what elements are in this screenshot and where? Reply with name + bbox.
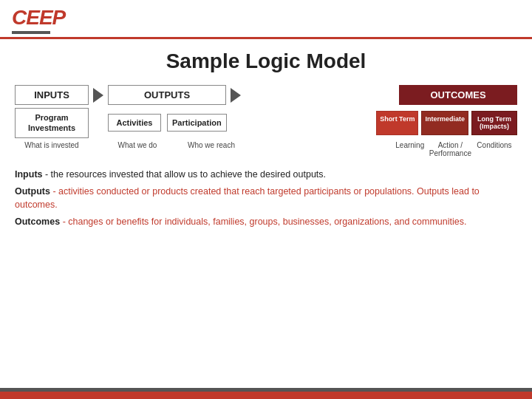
arrow-outputs-outcomes: [231, 88, 241, 103]
arrow-inputs-outputs: [93, 88, 103, 103]
desc-inputs-bold: Inputs: [15, 169, 43, 180]
descriptions-area: Inputs - the resources invested that all…: [0, 160, 532, 237]
label-wedo: What we do: [108, 141, 167, 149]
outputs-box: OUTPUTS: [108, 85, 226, 105]
label-action: Action /Performance: [429, 141, 471, 157]
desc-outputs: Outputs - activities conducted or produc…: [15, 185, 517, 211]
label-invested: What is invested: [15, 141, 89, 149]
activities-box: Activities: [108, 114, 161, 132]
shortterm-box: Short Term: [376, 111, 418, 136]
inputs-box: INPUTS: [15, 85, 89, 105]
logo-underline: [12, 31, 50, 34]
participation-box: Participation: [167, 114, 227, 132]
logic-model-diagram: INPUTS OUTPUTS OUTCOMES ProgramInvestmen…: [0, 81, 532, 160]
desc-inputs: Inputs - the resources invested that all…: [15, 168, 517, 181]
outcomes-box: OUTCOMES: [399, 85, 517, 105]
investments-box: ProgramInvestments: [15, 108, 89, 138]
desc-outcomes-bold: Outcomes: [15, 216, 60, 227]
desc-outputs-bold: Outputs: [15, 186, 50, 197]
diagram-row3: What is invested What we do Who we reach…: [15, 141, 517, 157]
diagram-row2: ProgramInvestments Activities Participat…: [15, 108, 517, 138]
logo-area: CEEP: [12, 6, 65, 34]
intermediate-box: Intermediate: [421, 111, 468, 136]
logo-text: CEEP: [12, 6, 65, 30]
diagram-row1: INPUTS OUTPUTS OUTCOMES: [15, 85, 517, 105]
label-conditions: Conditions: [471, 141, 517, 149]
footer-bar-red: [0, 392, 532, 399]
longterm-box: Long Term(Impacts): [471, 111, 517, 136]
desc-outcomes-text: - changes or benefits for individuals, f…: [63, 216, 467, 227]
desc-outputs-text: - activities conducted or products creat…: [15, 186, 480, 210]
desc-inputs-text: - the resources invested that allow us t…: [45, 169, 326, 180]
header: CEEP: [0, 0, 532, 39]
label-wereach: Who we reach: [182, 141, 241, 149]
outcomes-sub-boxes: Short Term Intermediate Long Term(Impact…: [376, 111, 517, 136]
page-title: Sample Logic Model: [0, 50, 532, 73]
label-learning: Learning: [391, 141, 429, 149]
title-area: Sample Logic Model: [0, 39, 532, 81]
desc-outcomes: Outcomes - changes or benefits for indiv…: [15, 215, 517, 228]
